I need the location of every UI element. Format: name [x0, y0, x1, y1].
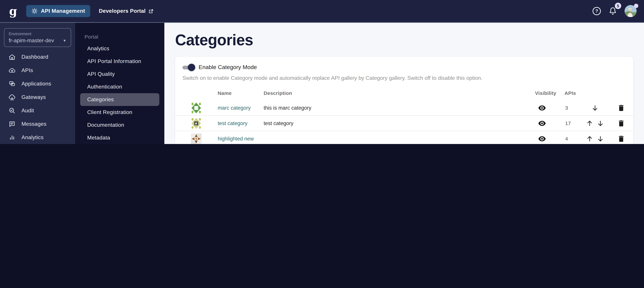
cloud-download-icon	[8, 93, 16, 101]
delete-category-button[interactable]	[617, 119, 626, 128]
notifications-button[interactable]: 5	[607, 5, 618, 17]
notification-count-badge: 5	[615, 3, 621, 9]
developers-portal-label: Developers Portal	[99, 8, 146, 14]
sidebar-item-label: Messages	[22, 121, 46, 127]
category-mode-description: Switch on to enable Category mode and au…	[175, 75, 633, 82]
page-title: Categories	[175, 32, 644, 48]
subsidebar-item-api-portal-information[interactable]: API Portal Information	[75, 55, 164, 68]
move-up-button[interactable]	[586, 134, 594, 143]
help-button[interactable]: ?	[591, 5, 602, 17]
sidebar-item-analytics[interactable]: Analytics	[4, 131, 71, 144]
avatar-status-dot	[634, 4, 638, 8]
visibility-eye-button[interactable]	[536, 118, 548, 129]
sidebar-item-label: Analytics	[22, 134, 44, 140]
enable-category-mode-label: Enable Category Mode	[198, 64, 257, 71]
delete-category-button[interactable]	[617, 134, 626, 143]
chevron-down-icon: ▼	[63, 38, 66, 42]
enable-category-mode-toggle[interactable]	[182, 65, 194, 70]
environment-selector[interactable]: Environment fr-apim-master-dev ▼	[4, 28, 71, 47]
search-check-icon	[8, 106, 16, 115]
table-row: marc category this is marc category 3	[175, 100, 633, 116]
delete-category-button[interactable]	[617, 104, 626, 112]
primary-nav: Dashboard APIs Applications	[0, 50, 75, 144]
column-name: Name	[218, 90, 264, 96]
arrow-up-icon	[586, 135, 593, 142]
table-row: highlighted new 4	[175, 131, 633, 144]
move-down-button[interactable]	[596, 119, 604, 127]
eye-icon	[538, 134, 546, 143]
sidebar-item-audit[interactable]: Audit	[4, 104, 71, 117]
message-icon	[8, 120, 16, 128]
primary-sidebar: Environment fr-apim-master-dev ▼ Dashboa…	[0, 23, 75, 144]
api-management-label: API Management	[41, 8, 85, 14]
sidebar-item-apis[interactable]: APIs	[4, 64, 71, 77]
move-down-button[interactable]	[596, 134, 604, 143]
category-name-link[interactable]: highlighted new	[218, 136, 264, 142]
gear-icon	[31, 8, 38, 14]
trash-icon	[617, 104, 625, 112]
arrow-down-icon	[597, 135, 604, 142]
arrow-down-icon	[597, 120, 604, 127]
apis-count: 17	[564, 120, 581, 126]
subsidebar-item-api-quality[interactable]: API Quality	[75, 68, 164, 80]
sidebar-item-label: Audit	[22, 108, 34, 114]
visibility-eye-button[interactable]	[536, 133, 548, 144]
sidebar-item-label: Dashboard	[22, 54, 48, 60]
category-thumbnail-green-diamond	[190, 102, 202, 114]
sidebar-item-applications[interactable]: Applications	[4, 77, 71, 90]
sidebar-item-label: Gateways	[22, 94, 46, 100]
section-title-portal: Portal	[75, 31, 164, 42]
table-row: test category test category 17	[175, 116, 633, 131]
subsidebar-item-client-registration[interactable]: Client Registration	[75, 106, 164, 119]
subsidebar-item-analytics[interactable]: Analytics	[75, 42, 164, 55]
sidebar-item-label: Applications	[22, 81, 51, 87]
subsidebar-item-documentation[interactable]: Documentation	[75, 119, 164, 132]
api-management-button[interactable]: API Management	[26, 5, 90, 17]
category-name-link[interactable]: test category	[218, 120, 264, 126]
sidebar-item-messages[interactable]: Messages	[4, 117, 71, 131]
trash-icon	[617, 134, 625, 143]
subsidebar-item-metadata[interactable]: Metadata	[75, 132, 164, 144]
arrow-down-icon	[591, 104, 599, 112]
sidebar-item-gateways[interactable]: Gateways	[4, 90, 71, 104]
help-icon: ?	[592, 6, 602, 16]
environment-value: fr-apim-master-dev	[9, 38, 54, 44]
categories-table: Name Description Visibility APIs	[175, 86, 633, 144]
column-description: Description	[264, 90, 535, 96]
trash-icon	[617, 119, 625, 127]
apis-count: 4	[564, 136, 581, 142]
category-description: this is marc category	[264, 105, 535, 111]
eye-icon	[538, 104, 546, 112]
arrow-up-icon	[586, 120, 593, 127]
apis-count: 3	[564, 105, 581, 111]
cloud-upload-icon	[8, 66, 16, 74]
sidebar-item-label: APIs	[22, 68, 33, 74]
move-down-button[interactable]	[591, 104, 599, 112]
category-description: test category	[264, 120, 535, 126]
subsidebar-item-categories[interactable]: Categories	[80, 93, 159, 106]
eye-icon	[538, 119, 546, 128]
gravitee-logo[interactable]: g	[8, 5, 19, 17]
table-header-row: Name Description Visibility APIs	[175, 86, 633, 100]
category-thumbnail-olive-bolt	[190, 118, 202, 129]
user-avatar-wrap	[624, 5, 636, 17]
bar-chart-icon	[8, 134, 16, 142]
external-link-icon	[148, 8, 154, 14]
environment-label: Environment	[9, 32, 66, 36]
column-apis: APIs	[564, 90, 581, 96]
categories-card: Enable Category Mode Switch on to enable…	[175, 57, 633, 144]
top-bar: g API Management Developers Portal	[0, 0, 644, 23]
home-icon	[8, 53, 16, 61]
main-content: Categories Enable Category Mode Switch o…	[164, 23, 644, 144]
applications-icon	[8, 80, 16, 88]
column-visibility: Visibility	[535, 90, 564, 96]
visibility-eye-button[interactable]	[536, 102, 548, 114]
move-up-button[interactable]	[586, 119, 594, 127]
category-thumbnail-brown-pinwheel	[190, 133, 202, 144]
app-window: g API Management Developers Portal	[0, 0, 644, 144]
settings-sub-sidebar: Portal Analytics API Portal Information …	[75, 23, 164, 144]
sidebar-item-dashboard[interactable]: Dashboard	[4, 50, 71, 64]
developers-portal-link[interactable]: Developers Portal	[99, 8, 154, 14]
category-name-link[interactable]: marc category	[218, 105, 264, 111]
subsidebar-item-authentication[interactable]: Authentication	[75, 80, 164, 93]
